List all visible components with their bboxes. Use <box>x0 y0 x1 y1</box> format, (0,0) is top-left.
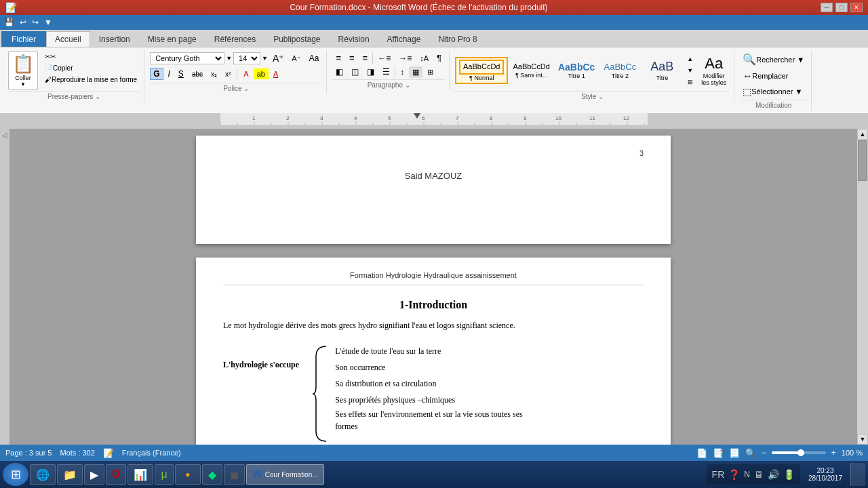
show-desktop-button[interactable] <box>850 463 865 486</box>
superscript-button[interactable]: x² <box>222 69 234 79</box>
copier-button[interactable]: 📄 Copier <box>42 63 140 73</box>
zoom-thumb[interactable] <box>797 449 804 456</box>
selectionner-button[interactable]: ⬚ Sélectionner ▼ <box>740 85 805 98</box>
tab-nitro[interactable]: Nitro Pro 8 <box>429 31 486 47</box>
tray-question[interactable]: ❓ <box>728 469 740 480</box>
font-family-select[interactable]: Century Goth <box>150 52 224 64</box>
zoom-out-icon[interactable]: − <box>762 448 766 458</box>
decrease-indent-button[interactable]: ←≡ <box>374 52 394 64</box>
taskbar-utorrent[interactable]: μ <box>155 464 173 485</box>
tab-revision[interactable]: Révision <box>330 31 378 47</box>
font-grow-button[interactable]: A⁺ <box>269 52 287 65</box>
tab-publipostage[interactable]: Publipostage <box>264 31 329 47</box>
tab-affichage[interactable]: Affichage <box>378 31 430 47</box>
zoom-slider[interactable] <box>772 451 826 454</box>
taskbar-app2[interactable]: ◼ <box>224 464 245 485</box>
police-expand[interactable]: ⌄ <box>243 85 249 92</box>
taskbar-media[interactable]: ▶ <box>84 464 104 485</box>
style-sans-interligne[interactable]: AaBbCcDd ¶ Sans int... <box>509 60 553 80</box>
scroll-up-button[interactable]: ▲ <box>857 129 868 140</box>
taskbar-explorer[interactable]: 📁 <box>57 464 83 485</box>
close-button[interactable]: ✕ <box>850 3 863 12</box>
underline-button[interactable]: S <box>175 68 187 80</box>
style-expand[interactable]: ⊞ <box>684 77 696 87</box>
style-normal[interactable]: AaBbCcDd ¶ Normal <box>455 57 508 83</box>
text-effects-button[interactable]: A <box>240 68 252 79</box>
undo-button[interactable]: ↩ <box>18 17 28 28</box>
start-button[interactable]: ⊞ <box>3 463 28 486</box>
bold-button[interactable]: G <box>150 68 163 80</box>
coller-dropdown-icon[interactable]: ▼ <box>20 81 26 87</box>
scroll-down-button[interactable]: ▼ <box>857 434 868 445</box>
style-scroll-up[interactable]: ▲ <box>684 54 696 64</box>
style-titre2[interactable]: AaBbCc Titre 2 <box>599 60 640 81</box>
view-mode-4[interactable]: 🔍 <box>745 448 756 458</box>
tab-insertion[interactable]: Insertion <box>90 31 139 47</box>
save-button[interactable]: 💾 <box>3 17 16 28</box>
highlight-button[interactable]: ab <box>254 68 269 79</box>
font-size-dropdown-icon[interactable]: ▼ <box>262 55 268 62</box>
tray-volume[interactable]: 🔊 <box>768 469 779 480</box>
tray-nitro[interactable]: N <box>744 470 750 479</box>
font-family-dropdown-icon[interactable]: ▼ <box>226 55 232 62</box>
align-right-button[interactable]: ◨ <box>363 66 378 78</box>
style-expand-icon[interactable]: ⌄ <box>598 93 604 100</box>
paragraphe-expand[interactable]: ⌄ <box>405 81 410 89</box>
style-scroll-down[interactable]: ▼ <box>684 66 696 75</box>
remplacer-button[interactable]: ↔ Remplacer <box>740 69 791 83</box>
rechercher-button[interactable]: 🔍 Rechercher ▼ <box>740 52 807 67</box>
scroll-track[interactable] <box>857 140 868 434</box>
redo-button[interactable]: ↪ <box>31 17 40 28</box>
multilevel-button[interactable]: ≡ <box>359 52 372 64</box>
borders-button[interactable]: ⊞ <box>424 66 437 78</box>
document-area[interactable]: 3 Said MAZOUZ Formation Hydrologie Hydra… <box>9 129 857 445</box>
bullets-button[interactable]: ≡ <box>332 52 344 64</box>
tray-lang[interactable]: FR <box>712 469 725 480</box>
italic-button[interactable]: I <box>165 68 174 80</box>
zoom-in-icon[interactable]: + <box>831 448 836 458</box>
style-titre[interactable]: AaB Titre <box>642 58 682 83</box>
numbering-button[interactable]: ≡ <box>346 52 358 64</box>
taskbar-ie[interactable]: 🌐 <box>30 464 56 485</box>
couper-button[interactable]: ✂ ✂ <box>42 52 140 62</box>
font-shrink-button[interactable]: A⁻ <box>288 53 304 64</box>
scroll-thumb[interactable] <box>858 140 867 181</box>
tab-fichier[interactable]: Fichier <box>1 31 46 47</box>
clear-format-button[interactable]: Aa <box>306 52 323 64</box>
taskbar-opera[interactable]: O <box>106 464 126 485</box>
restore-button[interactable]: □ <box>835 3 848 12</box>
vertical-scrollbar[interactable]: ▲ ▼ <box>857 129 868 445</box>
tray-power[interactable]: 🔋 <box>783 469 795 480</box>
tab-mise-en-page[interactable]: Mise en page <box>139 31 205 47</box>
align-center-button[interactable]: ◫ <box>348 66 362 78</box>
modifier-styles-button[interactable]: Aa Modifierles styles <box>698 52 730 89</box>
increase-indent-button[interactable]: →≡ <box>395 52 415 64</box>
tray-network[interactable]: 🖥 <box>754 469 764 480</box>
taskbar-vlc[interactable]: 🔸 <box>175 464 201 485</box>
view-mode-3[interactable]: 📃 <box>729 448 740 458</box>
sort-button[interactable]: ↕A <box>416 53 432 64</box>
presse-papiers-expand[interactable]: ⌄ <box>95 93 100 100</box>
align-left-button[interactable]: ◧ <box>332 66 347 78</box>
tab-accueil[interactable]: Accueil <box>46 31 90 47</box>
taskbar-excel[interactable]: 📊 <box>127 464 153 485</box>
justify-button[interactable]: ☰ <box>379 66 393 78</box>
customize-qa-button[interactable]: ▼ <box>43 17 54 28</box>
font-color-button[interactable]: A <box>270 68 281 79</box>
system-clock[interactable]: 20:23 28/10/2017 <box>803 467 848 482</box>
style-titre1[interactable]: AaBbCc Titre 1 <box>555 60 598 82</box>
strikethrough-button[interactable]: abc <box>189 69 206 79</box>
view-mode-2[interactable]: 📑 <box>713 448 724 458</box>
coller-button[interactable]: 📋 Coller ▼ <box>8 52 38 89</box>
tab-references[interactable]: Références <box>205 31 264 47</box>
shading-button[interactable]: ▦ <box>409 66 422 78</box>
reproduire-button[interactable]: 🖌 Reproduire la mise en forme <box>42 75 140 85</box>
line-spacing-button[interactable]: ↕ <box>397 66 408 77</box>
view-mode-1[interactable]: 📄 <box>696 448 707 458</box>
subscript-button[interactable]: x₂ <box>208 69 220 79</box>
font-size-select[interactable]: 14 <box>233 52 260 64</box>
taskbar-app1[interactable]: ◆ <box>202 464 222 485</box>
show-marks-button[interactable]: ¶ <box>433 52 445 64</box>
minimize-button[interactable]: ─ <box>821 3 833 12</box>
taskbar-word[interactable]: W Cour Formation... <box>246 464 324 485</box>
